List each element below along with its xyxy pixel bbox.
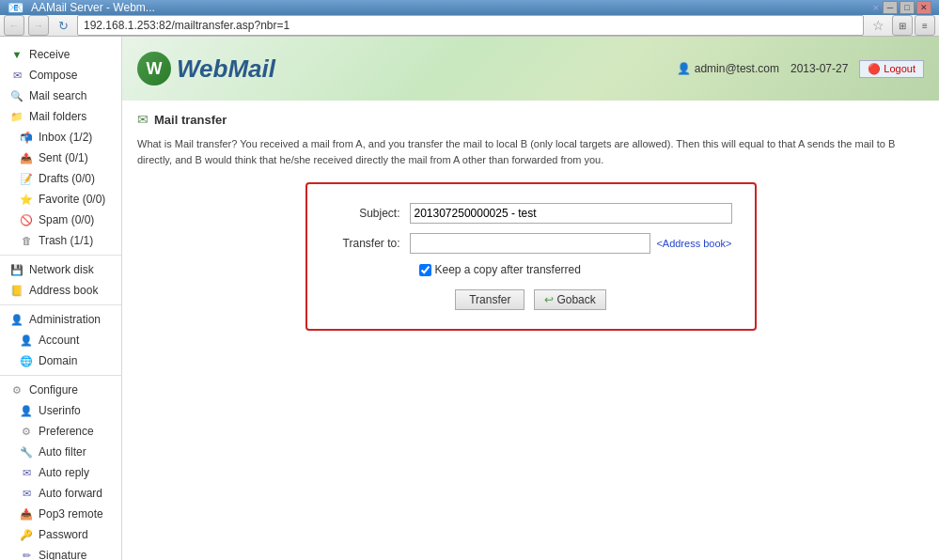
sidebar-item-address-book[interactable]: 📒 Address book [0, 280, 121, 301]
sidebar-item-sent[interactable]: 📤 Sent (0/1) [0, 148, 121, 168]
sidebar-item-userinfo[interactable]: 👤 Userinfo [0, 400, 121, 421]
sidebar-label-compose: Compose [29, 69, 77, 82]
view-icon-button[interactable]: ⊞ [892, 15, 913, 36]
goback-icon: ↩ [544, 293, 554, 306]
webmail-header: W WebMail 👤 admin@test.com 2013-07-27 🔴 … [122, 37, 939, 101]
logout-icon: 🔴 [868, 63, 881, 75]
sidebar-label-preference: Preference [39, 425, 94, 438]
divider-3 [0, 375, 121, 376]
spam-icon: 🚫 [19, 212, 34, 227]
sidebar-item-mail-folders[interactable]: 📁 Mail folders [0, 106, 121, 127]
sidebar-label-signature: Signature [39, 549, 86, 560]
address-bar[interactable]: 192.168.1.253:82/mailtransfer.asp?nbr=1 [77, 15, 864, 36]
mail-transfer-form: Subject: Transfer to: <Address book> Kee… [305, 182, 757, 331]
compose-icon: ✉ [9, 68, 24, 83]
sidebar: ▼ Receive ✉ Compose 🔍 Mail search 📁 Mail… [0, 37, 122, 560]
signature-icon: ✏ [19, 548, 34, 560]
logo-text: WebMail [177, 54, 275, 84]
drafts-icon: 📝 [19, 171, 34, 186]
sidebar-item-preference[interactable]: ⚙ Preference [0, 421, 121, 442]
sidebar-label-network-disk: Network disk [29, 263, 94, 276]
window-controls[interactable]: ─ □ ✕ [883, 1, 931, 14]
goback-button[interactable]: ↩ Goback [534, 289, 605, 310]
sidebar-label-auto-forward: Auto forward [39, 487, 102, 500]
sidebar-label-drafts: Drafts (0/0) [39, 172, 95, 185]
username-display: admin@test.com [695, 62, 779, 75]
favorite-icon: ⭐ [19, 192, 34, 207]
sidebar-item-administration[interactable]: 👤 Administration [0, 309, 121, 330]
sidebar-label-auto-reply: Auto reply [39, 466, 89, 479]
sidebar-item-auto-forward[interactable]: ✉ Auto forward [0, 483, 121, 504]
auto-forward-icon: ✉ [19, 486, 34, 501]
page-body: ✉ Mail transfer What is Mail transfer? Y… [122, 101, 939, 342]
subject-row: Subject: [330, 203, 732, 224]
sidebar-label-sent: Sent (0/1) [39, 151, 88, 164]
keep-copy-row: Keep a copy after transferred [330, 263, 732, 276]
forward-button[interactable]: → [28, 15, 49, 36]
sidebar-item-spam[interactable]: 🚫 Spam (0/0) [0, 210, 121, 230]
sidebar-item-network-disk[interactable]: 💾 Network disk [0, 259, 121, 280]
sidebar-item-trash[interactable]: 🗑 Trash (1/1) [0, 230, 121, 251]
sidebar-item-signature[interactable]: ✏ Signature [0, 545, 121, 560]
folders-icon: 📁 [9, 109, 24, 124]
sidebar-label-inbox: Inbox (1/2) [39, 131, 92, 144]
sidebar-item-mail-search[interactable]: 🔍 Mail search [0, 86, 121, 106]
page-title: Mail transfer [154, 113, 227, 127]
page-title-icon: ✉ [137, 112, 149, 127]
sidebar-label-receive: Receive [29, 48, 70, 61]
title-bar: 📧 AAMail Server - Webm... × ─ □ ✕ [0, 0, 939, 15]
sidebar-label-trash: Trash (1/1) [39, 234, 93, 247]
sidebar-item-password[interactable]: 🔑 Password [0, 524, 121, 545]
subject-input[interactable] [410, 203, 732, 224]
transfer-to-row: Transfer to: <Address book> [330, 233, 732, 254]
address-book-link[interactable]: <Address book> [656, 238, 731, 249]
main-content: W WebMail 👤 admin@test.com 2013-07-27 🔴 … [122, 37, 939, 560]
sidebar-item-compose[interactable]: ✉ Compose [0, 65, 121, 86]
configure-icon: ⚙ [9, 382, 24, 397]
maximize-button[interactable]: □ [900, 1, 915, 14]
user-info: 👤 admin@test.com [677, 62, 779, 75]
logout-button[interactable]: 🔴 Logout [859, 60, 924, 78]
sidebar-item-configure[interactable]: ⚙ Configure [0, 380, 121, 400]
subject-label: Subject: [330, 207, 410, 220]
inbox-icon: 📬 [19, 130, 34, 145]
sidebar-item-drafts[interactable]: 📝 Drafts (0/0) [0, 168, 121, 189]
keep-copy-label[interactable]: Keep a copy after transferred [435, 263, 581, 276]
nav-bar: ← → ↻ 192.168.1.253:82/mailtransfer.asp?… [0, 15, 939, 37]
bookmark-star[interactable]: ☆ [868, 15, 888, 36]
sidebar-item-favorite[interactable]: ⭐ Favorite (0/0) [0, 189, 121, 210]
close-button[interactable]: ✕ [916, 1, 931, 14]
header-date: 2013-07-27 [790, 62, 848, 75]
minimize-button[interactable]: ─ [883, 1, 898, 14]
sidebar-label-domain: Domain [39, 354, 77, 367]
sidebar-item-auto-reply[interactable]: ✉ Auto reply [0, 462, 121, 483]
sidebar-label-mail-search: Mail search [29, 89, 86, 102]
sidebar-label-pop3-remote: Pop3 remote [39, 507, 103, 521]
pop3-icon: 📥 [19, 506, 34, 521]
sidebar-label-favorite: Favorite (0/0) [39, 193, 105, 206]
back-button[interactable]: ← [4, 15, 24, 36]
divider-1 [0, 255, 121, 256]
auto-reply-icon: ✉ [19, 465, 34, 480]
transfer-button[interactable]: Transfer [455, 289, 524, 310]
sidebar-item-inbox[interactable]: 📬 Inbox (1/2) [0, 127, 121, 148]
search-icon: 🔍 [9, 88, 24, 103]
refresh-button[interactable]: ↻ [53, 15, 73, 36]
sidebar-item-domain[interactable]: 🌐 Domain [0, 350, 121, 371]
sidebar-label-password: Password [39, 528, 88, 541]
account-icon: 👤 [19, 333, 34, 348]
user-icon: 👤 [677, 62, 691, 75]
sidebar-item-auto-filter[interactable]: 🔧 Auto filter [0, 442, 121, 462]
sidebar-label-account: Account [39, 334, 79, 347]
sidebar-item-receive[interactable]: ▼ Receive [0, 44, 121, 65]
webmail-logo: W WebMail [137, 52, 275, 86]
page-title-bar: ✉ Mail transfer [137, 112, 924, 127]
sidebar-label-spam: Spam (0/0) [39, 213, 94, 226]
keep-copy-checkbox[interactable] [419, 264, 431, 276]
transfer-to-input[interactable] [410, 233, 651, 254]
preference-icon: ⚙ [19, 424, 34, 439]
tools-icon-button[interactable]: ≡ [915, 15, 935, 36]
auto-filter-icon: 🔧 [19, 444, 34, 459]
sidebar-item-pop3-remote[interactable]: 📥 Pop3 remote [0, 504, 121, 524]
sidebar-item-account[interactable]: 👤 Account [0, 330, 121, 350]
